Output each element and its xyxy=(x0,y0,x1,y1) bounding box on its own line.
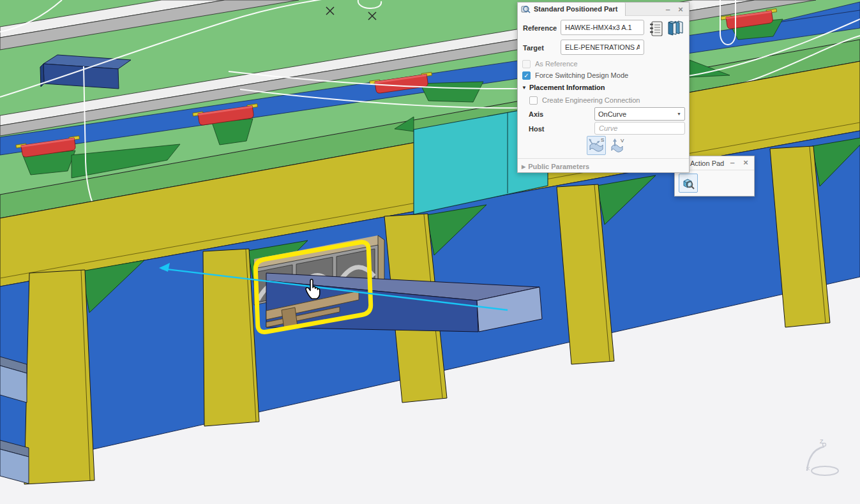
placement-information-label: Placement Information xyxy=(529,84,605,91)
vector-orientation-button[interactable]: V xyxy=(607,136,626,155)
as-reference-checkbox[interactable] xyxy=(522,60,531,68)
create-connection-checkbox[interactable] xyxy=(529,96,538,105)
equipment-box[interactable] xyxy=(40,55,131,89)
public-parameters-label: Public Parameters xyxy=(528,163,589,170)
surface-orientation-icon: S xyxy=(587,137,605,154)
surface-orientation-button[interactable]: S xyxy=(587,136,606,155)
host-input[interactable] xyxy=(594,122,685,135)
section-collapsed-icon: ▶ xyxy=(522,164,525,170)
standard-positioned-part-dialog: Standard Positioned Part – × Reference xyxy=(517,2,690,173)
placement-information-section[interactable]: ▼Placement Information xyxy=(522,84,605,91)
target-input[interactable] xyxy=(561,40,644,55)
action-pad-close-button[interactable]: × xyxy=(741,158,750,167)
axis-label: Axis xyxy=(529,110,543,118)
public-parameters-section[interactable]: ▶Public Parameters xyxy=(522,163,589,170)
dialog-titlebar[interactable]: Standard Positioned Part – × xyxy=(518,3,689,16)
dialog-title-tab[interactable]: Standard Positioned Part xyxy=(518,3,626,16)
cube-magnifier-icon xyxy=(681,176,695,190)
reference-input[interactable] xyxy=(561,20,644,35)
reference-label: Reference xyxy=(523,24,557,32)
application-window: Z Action Pad – × xyxy=(0,0,860,504)
vector-orientation-icon: V xyxy=(608,137,626,154)
target-label: Target xyxy=(523,44,544,52)
positioned-part-icon xyxy=(521,4,531,14)
axis-dropdown-value: OnCurve xyxy=(598,110,677,118)
dropdown-arrow-icon: ▼ xyxy=(677,112,681,116)
axis-dropdown[interactable]: OnCurve ▼ xyxy=(594,107,685,121)
dialog-minimize-button[interactable]: – xyxy=(663,5,672,13)
surface-letter: S xyxy=(601,137,604,143)
compass-z-label: Z xyxy=(820,438,824,445)
create-connection-label: Create Engineering Connection xyxy=(542,96,640,104)
dialog-title: Standard Positioned Part xyxy=(534,5,617,13)
host-label: Host xyxy=(529,125,544,133)
vector-letter: V xyxy=(621,138,624,144)
force-switching-checkbox[interactable]: ✓ xyxy=(522,71,531,80)
action-pad-title: Action Pad xyxy=(690,159,724,167)
catalog-browser-button[interactable] xyxy=(647,20,665,37)
as-reference-label: As Reference xyxy=(535,60,578,68)
action-pad-minimize-button[interactable]: – xyxy=(728,158,737,167)
pillar xyxy=(203,249,259,426)
books-stack-icon xyxy=(667,19,686,38)
transit-frame-right-return xyxy=(378,235,384,286)
3d-viewport[interactable]: Z xyxy=(0,0,860,504)
notebook-icon xyxy=(649,20,664,37)
force-switching-label: Force Switching Design Mode xyxy=(535,71,628,79)
dialog-close-button[interactable]: × xyxy=(676,5,685,13)
action-pad-explore-button[interactable] xyxy=(679,174,698,193)
pillar xyxy=(24,270,94,484)
section-expanded-icon: ▼ xyxy=(522,85,527,91)
document-stack-button[interactable] xyxy=(667,19,686,38)
